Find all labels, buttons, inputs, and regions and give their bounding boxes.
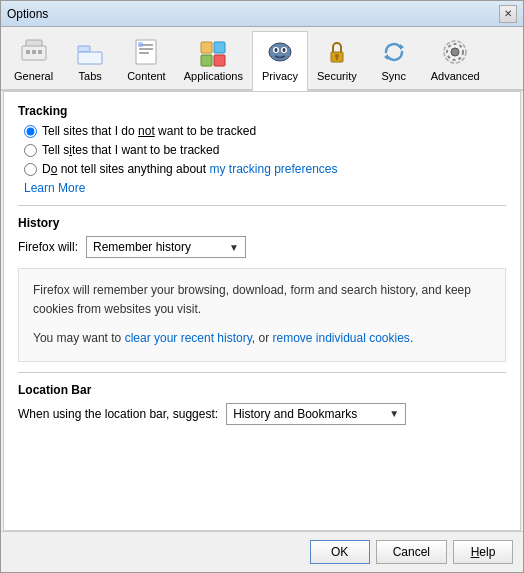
svg-rect-5: [78, 46, 90, 52]
location-bar-section-title: Location Bar: [18, 383, 506, 397]
tab-advanced-label: Advanced: [431, 70, 480, 82]
info-text-2-mid: , or: [252, 331, 273, 345]
svg-point-16: [269, 43, 291, 61]
close-button[interactable]: ✕: [499, 5, 517, 23]
advanced-icon: [439, 36, 471, 68]
tab-sync[interactable]: Sync: [366, 31, 422, 89]
info-text-2-post: .: [410, 331, 413, 345]
svg-rect-12: [201, 42, 212, 53]
applications-icon: [197, 36, 229, 68]
location-bar-label: When using the location bar, suggest:: [18, 407, 218, 421]
radio-no-pref-input[interactable]: [24, 163, 37, 176]
history-section-title: History: [18, 216, 506, 230]
radio-no-track-input[interactable]: [24, 125, 37, 138]
svg-rect-14: [201, 55, 212, 66]
tab-applications-label: Applications: [184, 70, 243, 82]
svg-point-19: [275, 48, 278, 52]
tab-privacy-label: Privacy: [262, 70, 298, 82]
divider-1: [18, 205, 506, 206]
ok-button[interactable]: OK: [310, 540, 370, 564]
radio-no-pref: Do not tell sites anything about my trac…: [24, 162, 506, 176]
svg-marker-24: [400, 44, 404, 50]
info-text-2: You may want to clear your recent histor…: [33, 329, 491, 348]
tab-applications[interactable]: Applications: [175, 31, 252, 89]
info-text-2-pre: You may want to: [33, 331, 125, 345]
options-window: Options ✕ General: [0, 0, 524, 573]
svg-rect-11: [138, 42, 143, 47]
tracking-section-title: Tracking: [18, 104, 506, 118]
radio-no-pref-label: Do not tell sites anything about my trac…: [42, 162, 338, 176]
tabs-icon: [74, 36, 106, 68]
radio-no-track-label: Tell sites that I do not want to be trac…: [42, 124, 256, 138]
gear-icon: [18, 36, 50, 68]
radio-track: Tell sites that I want to be tracked: [24, 143, 506, 157]
tab-security[interactable]: Security: [308, 31, 366, 89]
svg-point-26: [451, 48, 459, 56]
history-dropdown-arrow: ▼: [229, 242, 239, 253]
svg-point-20: [283, 48, 286, 52]
help-button[interactable]: Help: [453, 540, 513, 564]
svg-rect-4: [38, 50, 42, 54]
svg-rect-13: [214, 42, 225, 53]
svg-rect-2: [26, 50, 30, 54]
tab-sync-label: Sync: [382, 70, 406, 82]
tab-content[interactable]: Content: [118, 31, 175, 89]
radio-track-label: Tell sites that I want to be tracked: [42, 143, 219, 157]
tab-tabs-label: Tabs: [79, 70, 102, 82]
location-dropdown-arrow: ▼: [389, 408, 399, 419]
svg-rect-6: [78, 52, 102, 64]
svg-marker-25: [384, 54, 388, 60]
tab-advanced[interactable]: Advanced: [422, 31, 489, 89]
info-box: Firefox will remember your browsing, dow…: [18, 268, 506, 362]
radio-no-track: Tell sites that I do not want to be trac…: [24, 124, 506, 138]
privacy-icon: [264, 36, 296, 68]
tab-content-label: Content: [127, 70, 166, 82]
history-dropdown[interactable]: Remember history ▼: [86, 236, 246, 258]
svg-rect-23: [336, 57, 338, 60]
security-icon: [321, 36, 353, 68]
location-bar-row: When using the location bar, suggest: Hi…: [18, 403, 506, 425]
tracking-radio-group: Tell sites that I do not want to be trac…: [24, 124, 506, 176]
tab-general[interactable]: General: [5, 31, 62, 89]
svg-rect-9: [139, 48, 153, 50]
tab-security-label: Security: [317, 70, 357, 82]
tab-bar: General Tabs Cont: [1, 27, 523, 91]
tab-privacy[interactable]: Privacy: [252, 31, 308, 91]
location-dropdown-value: History and Bookmarks: [233, 407, 357, 421]
window-title: Options: [7, 7, 48, 21]
divider-2: [18, 372, 506, 373]
location-dropdown[interactable]: History and Bookmarks ▼: [226, 403, 406, 425]
history-row: Firefox will: Remember history ▼: [18, 236, 506, 258]
tab-general-label: General: [14, 70, 53, 82]
history-dropdown-value: Remember history: [93, 240, 191, 254]
footer: OK Cancel Help: [1, 531, 523, 572]
content-icon: [130, 36, 162, 68]
titlebar: Options ✕: [1, 1, 523, 27]
radio-track-input[interactable]: [24, 144, 37, 157]
remove-cookies-link[interactable]: remove individual cookies: [272, 331, 409, 345]
tracking-prefs-link[interactable]: my tracking preferences: [209, 162, 337, 176]
tab-tabs[interactable]: Tabs: [62, 31, 118, 89]
svg-rect-10: [139, 52, 149, 54]
svg-rect-3: [32, 50, 36, 54]
svg-rect-15: [214, 55, 225, 66]
learn-more-container: Learn More: [24, 181, 506, 195]
info-text-1: Firefox will remember your browsing, dow…: [33, 281, 491, 319]
firefox-will-label: Firefox will:: [18, 240, 78, 254]
clear-history-link[interactable]: clear your recent history: [125, 331, 252, 345]
content-area: Tracking Tell sites that I do not want t…: [3, 91, 521, 531]
cancel-button[interactable]: Cancel: [376, 540, 447, 564]
learn-more-link[interactable]: Learn More: [24, 181, 85, 195]
sync-icon: [378, 36, 410, 68]
